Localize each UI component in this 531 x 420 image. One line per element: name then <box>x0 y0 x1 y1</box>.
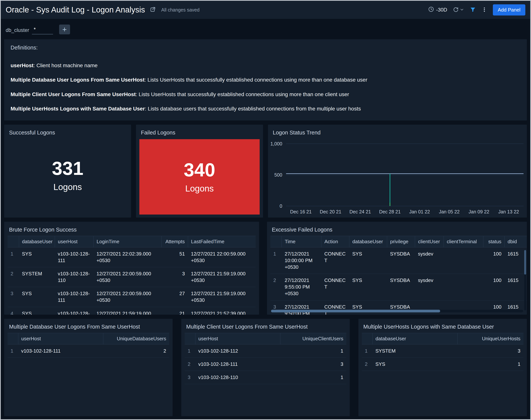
table-cell: 1615 <box>504 300 527 315</box>
table-row[interactable]: 2SYS1 <box>362 358 523 371</box>
table-cell: 100 <box>483 274 504 300</box>
table-row[interactable]: 3v103-102-128-1101 <box>185 371 346 384</box>
definition-item: Multiple UserHosts Logons with Same Data… <box>11 105 520 112</box>
data-table: userHostUniqueClientUsers1v103-102-128-1… <box>185 333 346 384</box>
row-index: 1 <box>8 345 18 358</box>
multi-userhosts-table: databaseUserUniqueUserHosts1SYSTEM32SYS1 <box>358 333 527 371</box>
filter-button[interactable] <box>470 7 476 13</box>
panel-title: Multiple Client User Logons From Same Us… <box>181 319 350 333</box>
definition-desc: : Lists UserHosts that successfully esta… <box>136 91 349 97</box>
table-cell: 27/12/2021 9:50:00 PM +0530 <box>282 300 321 315</box>
db-cluster-filter-input[interactable]: * <box>32 27 53 34</box>
table-cell: 27/12/2021 10:00:00 PM +0530 <box>282 247 321 274</box>
table-cell: 21 <box>162 307 188 315</box>
column-header[interactable]: userHost <box>195 333 280 345</box>
column-header[interactable] <box>185 333 195 345</box>
definition-term: Multiple Client User Logons From Same Us… <box>11 91 136 97</box>
column-header[interactable]: LastFailedTime <box>188 236 256 247</box>
x-tick-label: Dec 28 21 <box>375 209 405 214</box>
table-cell: sysdev <box>415 247 444 274</box>
x-tick-label: Dec 16 21 <box>286 209 316 214</box>
horizontal-scrollbar-thumb[interactable] <box>271 310 440 312</box>
table-row[interactable]: 1v103-102-128-1121 <box>185 345 346 358</box>
excessive-failed-table: TimeActiondatabaseUserprivilegeclientUse… <box>267 236 527 315</box>
page-title: Oracle - Sys Audit Log - Logon Analysis <box>6 5 145 14</box>
table-cell: v103-102-128-110 <box>55 267 93 287</box>
time-range-label: -30D <box>436 7 447 13</box>
table-row[interactable]: 3SYSv103-102-128-11112/27/2021 22:00:59.… <box>8 287 256 307</box>
column-header[interactable]: UniqueDatabaseUsers <box>103 333 169 345</box>
refresh-icon <box>453 7 459 13</box>
column-header[interactable]: clientUser <box>415 236 444 247</box>
column-header[interactable]: privilege <box>387 236 415 247</box>
row-index: 2 <box>362 358 372 371</box>
clock-icon <box>428 6 434 14</box>
panel-excessive-failed: Excessive Failed Logons TimeActiondataba… <box>267 222 527 315</box>
column-header[interactable] <box>8 236 19 247</box>
column-header[interactable]: databaseUser <box>372 333 457 345</box>
add-filter-button[interactable]: + <box>59 25 70 34</box>
column-header[interactable]: dbid <box>504 236 527 247</box>
column-header[interactable]: Action <box>321 236 349 247</box>
share-button[interactable] <box>149 7 156 13</box>
column-header[interactable]: Attempts <box>162 236 188 247</box>
more-options-button[interactable] <box>482 7 487 13</box>
column-header[interactable] <box>8 333 18 345</box>
panel-logon-status-trend: Logon Status Trend 05001,000 Dec 16 21De… <box>268 125 527 218</box>
table-row[interactable]: 2SYSTEMv103-102-128-11012/27/2021 22:00:… <box>8 267 256 287</box>
table-cell: SYS <box>19 247 55 267</box>
x-tick-label: Dec 20 21 <box>316 209 345 214</box>
dashboard-header: Oracle - Sys Audit Log - Logon Analysis … <box>1 1 530 19</box>
time-range-button[interactable]: -30D <box>428 6 447 14</box>
vertical-scrollbar[interactable] <box>524 250 526 311</box>
panel-multi-db-users: Multiple Database User Logons From Same … <box>4 319 173 416</box>
data-table: TimeActiondatabaseUserprivilegeclientUse… <box>270 236 527 315</box>
column-header[interactable]: databaseUser <box>19 236 55 247</box>
table-row[interactable]: 4SYSv103-102-128-11112/27/2021 21:59:19.… <box>8 307 256 315</box>
table-cell: 12/27/2021 21:57:39.000 +0530 <box>188 307 256 315</box>
column-header[interactable]: userHost <box>18 333 103 345</box>
table-cell: 12/27/2021 22:00:59.000 +0530 <box>93 267 162 287</box>
horizontal-scrollbar[interactable] <box>270 310 523 312</box>
column-header[interactable]: Time <box>282 236 321 247</box>
brute-force-table: databaseUseruserHostLoginTimeAttemptsLas… <box>4 236 259 315</box>
column-header[interactable]: LoginTime <box>93 236 162 247</box>
table-cell <box>444 274 483 300</box>
x-tick-label: Jan 09 22 <box>464 209 494 214</box>
column-header[interactable]: UniqueUserHosts <box>457 333 523 345</box>
column-header[interactable]: userHost <box>55 236 93 247</box>
table-row[interactable]: 227/12/2021 9:55:00 PM +0530CONNECTSYSSY… <box>270 274 527 300</box>
column-header[interactable]: databaseUser <box>349 236 387 247</box>
successful-logons-count: 331 <box>52 159 84 178</box>
table-row[interactable]: 1v103-102-128-1112 <box>8 345 169 358</box>
table-row[interactable]: 1SYSv103-102-128-11112/27/2021 22:02:39.… <box>8 247 256 267</box>
definition-item: Multiple Client User Logons From Same Us… <box>11 91 520 98</box>
table-row[interactable]: 127/12/2021 10:00:00 PM +0530CONNECTSYSS… <box>270 247 527 274</box>
definition-desc: : Lists UserHosts that successfully esta… <box>145 77 368 83</box>
table-row[interactable]: 2v103-102-128-1113 <box>185 358 346 371</box>
column-header[interactable]: clientTerminal <box>444 236 483 247</box>
refresh-button[interactable] <box>453 7 464 13</box>
vertical-scrollbar-thumb[interactable] <box>524 250 526 275</box>
successful-logons-display: 331 Logons <box>4 139 131 218</box>
table-row[interactable]: 327/12/2021 9:50:00 PM +0530CONNECTSYSSY… <box>270 300 527 315</box>
table-row[interactable]: 1SYSTEM3 <box>362 345 523 358</box>
save-status: All changes saved <box>161 7 200 13</box>
row-index: 1 <box>185 345 195 358</box>
table-cell: SYSTEM <box>19 267 55 287</box>
data-table: databaseUseruserHostLoginTimeAttemptsLas… <box>8 236 256 315</box>
y-tick-label: 1,000 <box>270 141 282 147</box>
table-cell: sysdev <box>415 274 444 300</box>
column-header[interactable]: status <box>483 236 504 247</box>
row-index: 4 <box>8 307 19 315</box>
column-header[interactable]: UniqueClientUsers <box>280 333 346 345</box>
table-cell: 51 <box>162 247 188 267</box>
table-cell: 27/12/2021 9:55:00 PM +0530 <box>282 274 321 300</box>
table-cell: 1 <box>457 358 523 371</box>
column-header[interactable] <box>270 236 282 247</box>
add-panel-button[interactable]: Add Panel <box>493 4 525 15</box>
table-cell: 1 <box>280 371 346 384</box>
column-header[interactable] <box>362 333 372 345</box>
trend-chart: 05001,000 <box>268 139 527 206</box>
table-cell: SYSTEM <box>372 345 457 358</box>
